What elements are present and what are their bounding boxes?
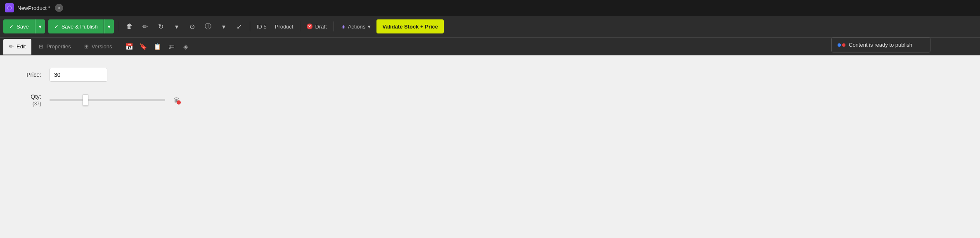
edit-pencil-icon: ✏	[9, 43, 14, 50]
draft-status: ✕ Draft	[303, 24, 330, 30]
qty-delete-btn-wrapper: 🗑	[173, 96, 180, 104]
actions-button[interactable]: ◈ Actions ▾	[337, 19, 375, 33]
tag-button[interactable]: 🏷	[165, 40, 178, 53]
info-dropdown-button[interactable]: ▾	[217, 19, 231, 33]
versions-grid-icon: ⊞	[84, 43, 89, 50]
edit-toolbar-button[interactable]: ✏	[138, 19, 152, 33]
save-publish-dropdown-button[interactable]: ▾	[104, 19, 114, 33]
save-publish-button[interactable]: ✓ Save & Publish	[48, 19, 104, 33]
main-toolbar: ✓ Save ▾ ✓ Save & Publish ▾ 🗑 ✏ ↻ ▾ ⊙ ⓘ …	[0, 16, 980, 37]
close-button[interactable]: ×	[55, 4, 63, 12]
dot-red-icon	[842, 43, 845, 47]
share-button[interactable]: ⤢	[232, 19, 246, 33]
qty-slider[interactable]	[50, 99, 165, 101]
qty-delete-button[interactable]: 🗑	[173, 96, 180, 104]
save-publish-button-group: ✓ Save & Publish ▾	[48, 19, 114, 33]
separator-4	[334, 21, 334, 31]
save-button-group: ✓ Save ▾	[3, 19, 45, 33]
refresh-button[interactable]: ↻	[154, 19, 168, 33]
separator-3	[300, 21, 300, 31]
bookmark-button[interactable]: 🔖	[137, 40, 150, 53]
diamond-tab-button[interactable]: ◈	[179, 40, 192, 53]
separator-2	[250, 21, 250, 31]
checkmark-icon: ✓	[9, 23, 14, 30]
save-button[interactable]: ✓ Save	[3, 19, 35, 33]
qty-sub-label: (37)	[17, 101, 41, 107]
app-title: NewProduct *	[17, 5, 50, 11]
target-button[interactable]: ⊙	[185, 19, 199, 33]
id-label: ID 5	[253, 24, 270, 30]
app-icon	[5, 3, 14, 12]
actions-dropdown-icon: ▾	[368, 24, 371, 30]
qty-field-row: Qty: (37) 🗑	[17, 93, 963, 107]
calendar-button[interactable]: 📅	[123, 40, 136, 53]
refresh-dropdown-button[interactable]: ▾	[170, 19, 184, 33]
tab-tools: 📅 🔖 📋 🏷 ◈	[123, 40, 192, 53]
separator-1	[119, 21, 119, 31]
save-dropdown-button[interactable]: ▾	[35, 19, 45, 33]
properties-sliders-icon: ⊟	[39, 43, 43, 50]
tab-versions[interactable]: ⊞ Versions	[78, 39, 118, 55]
price-input[interactable]	[50, 68, 107, 81]
actions-diamond-icon: ◈	[341, 24, 346, 30]
dot-blue-icon	[838, 43, 841, 47]
popup-status-icon	[838, 43, 845, 47]
price-label: Price:	[17, 71, 41, 78]
title-bar: NewProduct * ×	[0, 0, 980, 16]
tab-properties[interactable]: ⊟ Properties	[33, 39, 76, 55]
delete-toolbar-button[interactable]: 🗑	[123, 19, 137, 33]
delete-badge-icon	[177, 100, 181, 105]
info-button[interactable]: ⓘ	[201, 19, 215, 33]
tab-edit[interactable]: ✏ Edit	[3, 39, 31, 55]
draft-error-icon: ✕	[307, 24, 312, 29]
validate-button[interactable]: Validate Stock + Price	[376, 19, 444, 33]
content-area: Price: ▲ ▼ Qty: (37) 🗑	[0, 55, 980, 179]
qty-label-group: Qty: (37)	[17, 93, 41, 107]
price-input-wrapper: ▲ ▼	[50, 68, 107, 82]
actions-popup: Content is ready to publish	[831, 37, 930, 52]
qty-label: Qty:	[17, 93, 41, 100]
checkmark-icon-2: ✓	[54, 23, 59, 30]
clipboard-button[interactable]: 📋	[151, 40, 164, 53]
qty-slider-container	[50, 99, 165, 101]
product-label: Product	[272, 24, 297, 30]
popup-message: Content is ready to publish	[849, 42, 912, 48]
price-field-row: Price: ▲ ▼	[17, 68, 963, 82]
